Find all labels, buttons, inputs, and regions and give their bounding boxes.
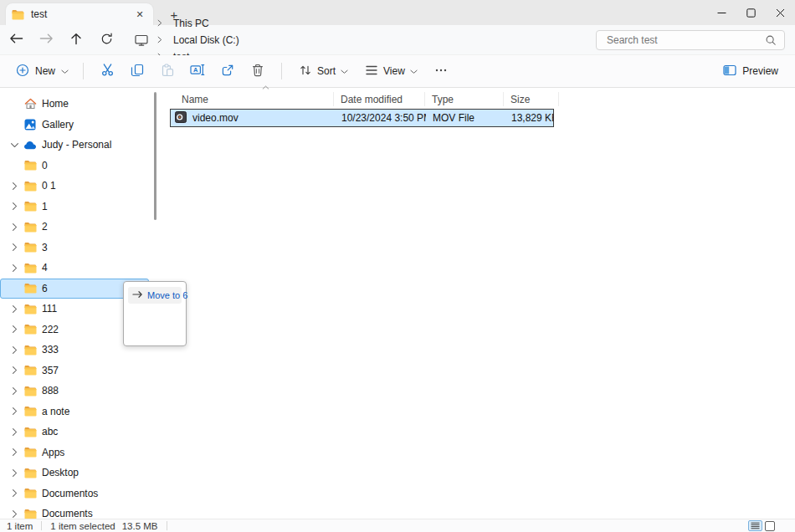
back-icon bbox=[9, 33, 23, 47]
sidebar-item[interactable]: Home bbox=[0, 94, 149, 115]
sidebar-item-label: 0 bbox=[42, 160, 48, 171]
folder-icon bbox=[23, 242, 37, 253]
sidebar-item-label: a note bbox=[42, 406, 69, 417]
cut-icon bbox=[100, 63, 115, 79]
paste-button[interactable] bbox=[155, 59, 180, 84]
column-headers: Name Date modified Type Size bbox=[170, 90, 559, 108]
chevron-right-icon[interactable] bbox=[9, 509, 19, 519]
sidebar-item[interactable]: 2 bbox=[0, 217, 149, 238]
sidebar-item[interactable]: 4 bbox=[0, 258, 149, 279]
back-button[interactable] bbox=[4, 28, 28, 52]
sidebar-item-label: 357 bbox=[42, 365, 59, 376]
chevron-right-icon[interactable] bbox=[9, 263, 19, 273]
refresh-button[interactable] bbox=[95, 28, 118, 52]
sidebar-item[interactable]: 0 bbox=[0, 156, 149, 176]
minimize-button[interactable] bbox=[707, 0, 736, 25]
chevron-right-icon[interactable] bbox=[9, 182, 19, 191]
close-button[interactable] bbox=[766, 0, 795, 25]
chevron-right-icon[interactable] bbox=[9, 202, 19, 211]
sidebar-item-label: Home bbox=[42, 98, 69, 110]
chevron-right-icon[interactable] bbox=[9, 325, 19, 334]
share-icon bbox=[221, 64, 234, 79]
chevron-right-icon[interactable] bbox=[9, 427, 19, 437]
search-input[interactable] bbox=[597, 34, 765, 46]
breadcrumb: This PC Local Disk (C:) test bbox=[133, 28, 243, 52]
chevron-right-icon[interactable] bbox=[9, 304, 19, 314]
toolbar-divider bbox=[83, 63, 84, 79]
sidebar-item[interactable]: Documents bbox=[0, 504, 149, 519]
view-icon bbox=[365, 64, 378, 79]
close-tab-icon[interactable]: ✕ bbox=[131, 6, 148, 23]
delete-button[interactable] bbox=[245, 59, 270, 84]
sidebar-item[interactable]: 888 bbox=[0, 381, 149, 402]
list-view-toggle[interactable] bbox=[748, 520, 762, 531]
sidebar-item[interactable]: Apps bbox=[0, 442, 149, 463]
chevron-right-icon[interactable] bbox=[9, 386, 19, 396]
drag-drop-tooltip: Move to 6 bbox=[123, 281, 187, 346]
file-name: video.mov bbox=[192, 112, 238, 124]
new-button[interactable]: New bbox=[10, 59, 74, 84]
chevron-right-icon[interactable] bbox=[9, 407, 19, 416]
preview-toggle[interactable]: Preview bbox=[718, 60, 783, 83]
forward-button[interactable] bbox=[34, 28, 58, 52]
sidebar-item[interactable]: Desktop bbox=[0, 463, 149, 483]
selection-status: 1 item selected bbox=[50, 521, 115, 531]
svg-text:A: A bbox=[193, 66, 198, 74]
up-button[interactable] bbox=[64, 28, 88, 52]
chevron-right-icon[interactable] bbox=[9, 468, 19, 478]
sidebar-item-label: 111 bbox=[42, 303, 57, 315]
move-to-chip: Move to 6 bbox=[128, 287, 182, 304]
view-button[interactable]: View bbox=[358, 60, 424, 83]
share-button[interactable] bbox=[215, 59, 240, 84]
chevron-down-icon bbox=[341, 65, 348, 77]
chevron-right-icon[interactable] bbox=[9, 489, 19, 498]
column-header-type[interactable]: Type bbox=[425, 92, 504, 106]
copy-icon bbox=[131, 64, 144, 79]
chevron-down-icon bbox=[410, 65, 418, 77]
rename-icon: A bbox=[190, 64, 205, 79]
chevron-right-icon[interactable] bbox=[9, 448, 19, 457]
folder-icon bbox=[23, 509, 37, 519]
sidebar-item[interactable]: a note bbox=[0, 402, 149, 422]
folder-icon bbox=[23, 365, 37, 376]
folder-icon bbox=[23, 222, 37, 233]
chevron-down-icon bbox=[61, 65, 69, 77]
sort-button[interactable]: Sort bbox=[292, 59, 355, 84]
column-header-date-modified[interactable]: Date modified bbox=[334, 92, 425, 106]
chevron-right-icon[interactable] bbox=[9, 223, 19, 232]
sidebar-item[interactable]: 3 bbox=[0, 238, 149, 258]
cut-button[interactable] bbox=[95, 59, 120, 84]
column-header-size[interactable]: Size bbox=[504, 92, 559, 106]
chevron-right-icon[interactable] bbox=[9, 366, 19, 375]
more-options-button[interactable] bbox=[428, 59, 454, 84]
column-header-name[interactable]: Name bbox=[170, 92, 334, 106]
tab-test[interactable]: test ✕ bbox=[6, 3, 153, 25]
chevron-right-icon[interactable] bbox=[9, 243, 19, 252]
chevron-right-icon bbox=[157, 36, 162, 43]
sidebar-item[interactable]: abc bbox=[0, 422, 149, 442]
sidebar-item[interactable]: 0 1 bbox=[0, 176, 149, 197]
copy-button[interactable] bbox=[125, 59, 150, 84]
search-icon bbox=[765, 34, 777, 46]
breadcrumb-item[interactable]: Local Disk (C:) bbox=[170, 32, 243, 49]
monitor-icon[interactable] bbox=[133, 34, 150, 46]
new-icon bbox=[16, 64, 29, 79]
folder-icon bbox=[23, 324, 37, 335]
thumbnail-view-toggle[interactable] bbox=[765, 521, 775, 531]
chevron-right-icon[interactable] bbox=[9, 345, 19, 355]
folder-icon bbox=[23, 263, 37, 274]
breadcrumb-item[interactable]: This PC bbox=[170, 15, 213, 32]
sidebar-item-label: Judy - Personal bbox=[42, 139, 111, 151]
refresh-icon bbox=[100, 33, 113, 48]
maximize-button[interactable] bbox=[736, 0, 766, 25]
chevron-right-icon[interactable] bbox=[9, 141, 19, 150]
sidebar-scrollbar[interactable] bbox=[154, 92, 156, 220]
sidebar-item[interactable]: Documentos bbox=[0, 483, 149, 504]
sidebar-item[interactable]: 1 bbox=[0, 197, 149, 217]
sidebar-item[interactable]: Gallery bbox=[0, 115, 149, 136]
sidebar-item-label: 333 bbox=[42, 344, 59, 356]
sidebar-item[interactable]: Judy - Personal bbox=[0, 135, 149, 156]
sidebar-item[interactable]: 357 bbox=[0, 361, 149, 381]
file-row[interactable]: video.mov 10/23/2024 3:50 PM MOV File 13… bbox=[170, 109, 554, 127]
rename-button[interactable]: A bbox=[185, 59, 210, 84]
